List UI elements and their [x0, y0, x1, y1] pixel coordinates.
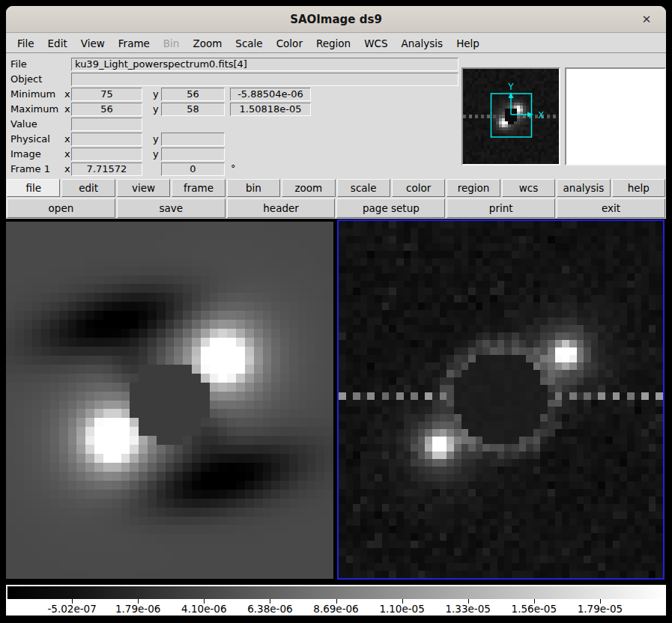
- frame-row: Frame 1 x 7.71572 0 °: [6, 162, 470, 176]
- minimum-x-value: 75: [71, 88, 142, 101]
- maximum-row: Maximum x 56 y 58 1.50818e-05: [6, 103, 470, 116]
- maximum-y-value: 58: [161, 103, 225, 116]
- panner-y-arrowhead: [509, 92, 514, 98]
- image-label: Image: [10, 148, 41, 159]
- menu-item-frame[interactable]: Frame: [112, 37, 157, 49]
- panner-compass: Y X: [463, 69, 559, 164]
- button-bar-row2: opensaveheaderpage setupprintexit: [6, 198, 666, 219]
- button-bin[interactable]: bin: [227, 179, 280, 197]
- colorbar: -5.02e-071.79e-064.10e-066.38e-068.69e-0…: [6, 580, 666, 614]
- button-edit[interactable]: edit: [61, 179, 115, 197]
- physical-x-label: x: [64, 133, 70, 145]
- object-value: [71, 73, 458, 86]
- frame-x-value: 7.71572: [71, 162, 142, 176]
- menu-item-view[interactable]: View: [74, 37, 112, 49]
- button-header[interactable]: header: [227, 198, 336, 218]
- value-value: [71, 118, 142, 131]
- panner[interactable]: Y X: [461, 67, 560, 165]
- menu-item-edit[interactable]: Edit: [41, 37, 74, 49]
- button-help[interactable]: help: [612, 179, 665, 197]
- maximum-value: 1.50818e-05: [230, 103, 311, 116]
- value-row: Value: [6, 118, 470, 131]
- button-bar-row1: fileeditviewframebinzoomscalecolorregion…: [6, 178, 666, 198]
- panner-y-label: Y: [507, 82, 514, 92]
- image-y-value: [161, 148, 225, 161]
- image-area: [6, 219, 666, 580]
- minimum-y-label: y: [153, 88, 159, 100]
- colorbar-tick-label: 1.79e-05: [578, 603, 623, 615]
- physical-label: Physical: [10, 133, 50, 145]
- button-analysis[interactable]: analysis: [557, 179, 610, 197]
- button-zoom[interactable]: zoom: [282, 179, 335, 197]
- colorbar-tick-label: 6.38e-06: [247, 603, 292, 615]
- window-title: SAOImage ds9: [6, 6, 666, 33]
- button-color[interactable]: color: [392, 179, 445, 197]
- button-exit[interactable]: exit: [557, 198, 665, 218]
- button-view[interactable]: view: [117, 179, 170, 197]
- maximum-x-value: 56: [71, 103, 142, 116]
- menu-item-analysis[interactable]: Analysis: [395, 37, 450, 49]
- menu-item-scale[interactable]: Scale: [228, 37, 269, 49]
- colorbar-tick-label: 1.56e-05: [512, 603, 557, 615]
- frame-left[interactable]: [6, 222, 333, 579]
- image-y-label: y: [153, 148, 159, 159]
- minimum-y-value: 56: [161, 88, 225, 101]
- file-row: File ku39_Light_powerspectrum0.fits[4]: [6, 58, 470, 71]
- button-scale[interactable]: scale: [337, 179, 390, 197]
- magnifier: [565, 67, 666, 165]
- maximum-y-label: y: [153, 103, 159, 115]
- menu-item-file[interactable]: File: [10, 37, 41, 49]
- colorbar-gradient[interactable]: [6, 585, 666, 599]
- colorbar-tick-label: 1.10e-05: [379, 603, 424, 615]
- menu-item-wcs[interactable]: WCS: [357, 37, 394, 49]
- frame-left-image[interactable]: [6, 222, 333, 579]
- panner-x-label: X: [538, 110, 544, 121]
- file-value: ku39_Light_powerspectrum0.fits[4]: [71, 58, 458, 71]
- physical-row: Physical x y: [6, 133, 470, 146]
- object-label: Object: [10, 73, 42, 85]
- frame-right-selected[interactable]: [337, 219, 665, 580]
- degree-symbol: °: [231, 162, 236, 174]
- button-save[interactable]: save: [117, 198, 225, 218]
- frame-x-label: x: [64, 163, 70, 174]
- button-wcs[interactable]: wcs: [502, 179, 555, 197]
- maximum-x-label: x: [64, 103, 70, 115]
- menu-item-color[interactable]: Color: [270, 37, 309, 49]
- colorbar-tick-label: 1.79e-06: [115, 603, 160, 615]
- colorbar-tick-label: -5.02e-07: [47, 603, 96, 615]
- colorbar-tick-label: 8.69e-06: [313, 603, 358, 615]
- image-x-label: x: [64, 148, 70, 159]
- value-label: Value: [10, 118, 37, 130]
- info-panel: File ku39_Light_powerspectrum0.fits[4] O…: [6, 54, 666, 178]
- ds9-window: SAOImage ds9 ✕ FileEditViewFrameBinZoomS…: [6, 6, 666, 614]
- object-row: Object: [6, 73, 470, 86]
- minimum-x-label: x: [64, 88, 70, 100]
- physical-x-value: [71, 133, 142, 146]
- colorbar-tick-label: 4.10e-06: [181, 603, 226, 615]
- button-frame[interactable]: frame: [172, 179, 225, 197]
- maximum-label: Maximum: [10, 103, 58, 115]
- button-region[interactable]: region: [447, 179, 500, 197]
- button-print[interactable]: print: [447, 198, 555, 218]
- menu-item-bin: Bin: [157, 37, 187, 49]
- minimum-label: Minimum: [10, 88, 55, 100]
- frame-angle-value: 0: [161, 162, 225, 176]
- colorbar-labels: -5.02e-071.79e-064.10e-066.38e-068.69e-0…: [6, 599, 666, 616]
- menu-item-region[interactable]: Region: [309, 37, 357, 49]
- button-open[interactable]: open: [7, 198, 115, 218]
- frame-label: Frame 1: [10, 163, 50, 174]
- minimum-row: Minimum x 75 y 56 -5.88504e-06: [6, 88, 470, 101]
- menu-item-help[interactable]: Help: [449, 37, 486, 49]
- button-file[interactable]: file: [7, 179, 60, 197]
- frame-right-image[interactable]: [339, 221, 663, 578]
- physical-y-label: y: [153, 133, 159, 145]
- image-row: Image x y: [6, 148, 470, 161]
- physical-y-value: [161, 133, 225, 146]
- file-label: File: [10, 58, 27, 70]
- menu-item-zoom[interactable]: Zoom: [186, 37, 228, 49]
- minimum-value: -5.88504e-06: [230, 88, 311, 101]
- button-page-setup[interactable]: page setup: [336, 198, 445, 218]
- close-icon[interactable]: ✕: [638, 6, 656, 33]
- menubar: FileEditViewFrameBinZoomScaleColorRegion…: [6, 34, 666, 53]
- image-x-value: [71, 148, 142, 161]
